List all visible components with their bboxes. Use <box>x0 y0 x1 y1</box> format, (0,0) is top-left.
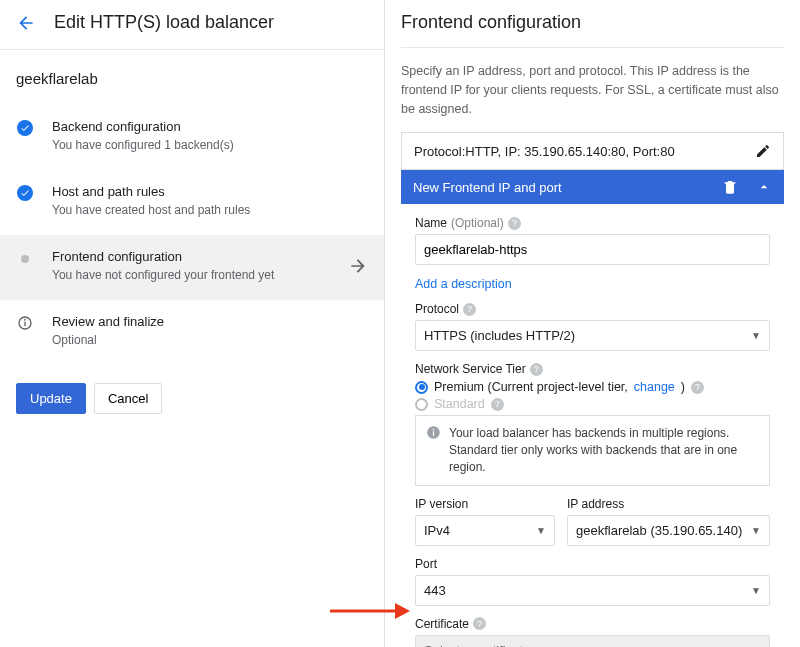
step-subtitle: Optional <box>52 333 368 347</box>
ipaddress-label: IP address <box>567 497 770 511</box>
chevron-right-icon <box>348 256 368 276</box>
section-description: Specify an IP address, port and protocol… <box>401 62 784 118</box>
step-title: Frontend configuration <box>52 249 348 264</box>
protocol-label: Protocol ? <box>415 302 770 316</box>
existing-frontend-text: Protocol:HTTP, IP: 35.190.65.140:80, Por… <box>414 144 675 159</box>
tier-label: Network Service Tier ? <box>415 362 770 376</box>
check-icon <box>16 120 34 136</box>
step-hostpath[interactable]: Host and path rules You have created hos… <box>0 170 384 235</box>
step-subtitle: You have created host and path rules <box>52 203 368 217</box>
annotation-arrow-icon <box>330 599 410 623</box>
ipaddress-select[interactable]: geekflarelab (35.190.65.140)▼ <box>567 515 770 546</box>
section-title: Frontend configuration <box>401 12 784 48</box>
help-icon[interactable]: ? <box>691 381 704 394</box>
step-subtitle: You have not configured your frontend ye… <box>52 268 348 282</box>
ipversion-select[interactable]: IPv4▼ <box>415 515 555 546</box>
name-input[interactable] <box>415 234 770 265</box>
step-frontend[interactable]: Frontend configuration You have not conf… <box>0 235 384 300</box>
certificate-label: Certificate ? <box>415 617 770 631</box>
ipversion-label: IP version <box>415 497 555 511</box>
tier-change-link[interactable]: change <box>634 380 675 394</box>
page-title: Edit HTTP(S) load balancer <box>54 12 274 33</box>
check-icon <box>16 185 34 201</box>
step-subtitle: You have configured 1 backend(s) <box>52 138 368 152</box>
tier-premium-radio[interactable]: Premium (Current project-level tier, cha… <box>415 380 770 394</box>
new-frontend-title: New Frontend IP and port <box>413 180 562 195</box>
chevron-up-icon[interactable] <box>756 179 772 195</box>
help-icon[interactable]: ? <box>463 303 476 316</box>
step-review[interactable]: Review and finalize Optional <box>0 300 384 365</box>
back-arrow-icon[interactable] <box>16 13 36 33</box>
help-icon[interactable]: ? <box>530 363 543 376</box>
step-title: Backend configuration <box>52 119 368 134</box>
info-icon <box>426 425 441 475</box>
update-button[interactable]: Update <box>16 383 86 414</box>
step-backend[interactable]: Backend configuration You have configure… <box>0 105 384 170</box>
name-label: Name (Optional) ? <box>415 216 770 230</box>
edit-icon[interactable] <box>755 143 771 159</box>
tier-standard-radio: Standard ? <box>415 397 770 411</box>
help-icon[interactable]: ? <box>508 217 521 230</box>
cancel-button[interactable]: Cancel <box>94 383 162 414</box>
svg-marker-7 <box>395 603 410 619</box>
certificate-select[interactable]: Select a certificate▼ <box>415 635 770 647</box>
bullet-icon <box>16 250 34 263</box>
add-description-link[interactable]: Add a description <box>415 277 512 291</box>
step-title: Review and finalize <box>52 314 368 329</box>
help-icon[interactable]: ? <box>491 398 504 411</box>
svg-point-5 <box>433 429 435 431</box>
new-frontend-header[interactable]: New Frontend IP and port <box>401 170 784 204</box>
project-name: geekflarelab <box>0 50 384 105</box>
tier-info-box: Your load balancer has backends in multi… <box>415 415 770 485</box>
svg-point-2 <box>25 319 26 320</box>
step-title: Host and path rules <box>52 184 368 199</box>
port-select[interactable]: 443▼ <box>415 575 770 606</box>
help-icon[interactable]: ? <box>473 617 486 630</box>
svg-rect-4 <box>433 432 434 436</box>
info-icon <box>16 315 34 331</box>
existing-frontend-row[interactable]: Protocol:HTTP, IP: 35.190.65.140:80, Por… <box>401 132 784 170</box>
delete-icon[interactable] <box>722 179 738 195</box>
protocol-select[interactable]: HTTPS (includes HTTP/2)▼ <box>415 320 770 351</box>
port-label: Port <box>415 557 770 571</box>
